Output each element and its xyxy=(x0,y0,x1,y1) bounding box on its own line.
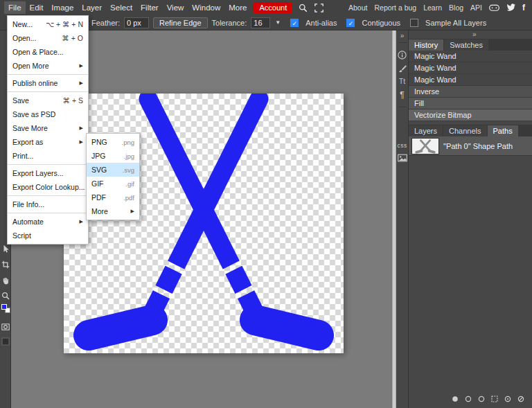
character-panel-icon[interactable]: Tt xyxy=(399,78,405,85)
search-icon[interactable] xyxy=(299,3,308,12)
link-api[interactable]: API xyxy=(467,3,486,12)
file-menu-item-publish-online[interactable]: Publish online ▶ xyxy=(8,76,88,90)
panels-header: » xyxy=(409,30,532,39)
file-menu-item-save[interactable]: Save ⌘ + S xyxy=(8,94,88,107)
hand-tool-icon[interactable] xyxy=(1,275,10,285)
menu-item-label: Save as PSD xyxy=(12,110,55,118)
zoom-tool-icon[interactable] xyxy=(1,290,10,300)
color-swatches[interactable] xyxy=(1,303,10,314)
menu-separator xyxy=(8,91,88,92)
paths-panel-body xyxy=(409,156,532,408)
new-path-icon[interactable] xyxy=(504,395,512,405)
history-item[interactable]: Fill xyxy=(409,98,532,109)
anti-alias-checkbox[interactable]: ✓ xyxy=(290,19,299,27)
export-jpg-item[interactable]: JPG .jpg xyxy=(87,149,139,163)
menu-select[interactable]: Select xyxy=(106,1,136,14)
sample-all-layers-label: Sample All Layers xyxy=(425,19,486,27)
history-item[interactable]: Inverse xyxy=(409,86,532,98)
export-svg-item[interactable]: SVG .svg xyxy=(87,163,139,177)
brush-icon[interactable] xyxy=(398,64,407,73)
menu-separator xyxy=(8,195,88,196)
history-item-current[interactable]: Vectorize Bitmap xyxy=(409,109,532,121)
screen-mode-icon[interactable] xyxy=(1,336,10,346)
menu-item-label: Open & Place... xyxy=(12,48,64,56)
menu-more[interactable]: More xyxy=(224,1,251,14)
quick-mask-icon[interactable] xyxy=(1,321,10,331)
file-menu-item-open[interactable]: Open... ⌘ + O xyxy=(8,31,88,45)
menu-item-label: Automate xyxy=(12,218,44,226)
file-menu-item-print[interactable]: Print... xyxy=(8,149,88,163)
file-menu-item-automate[interactable]: Automate ▶ xyxy=(8,215,88,229)
menu-image[interactable]: Image xyxy=(47,1,78,14)
menu-layer[interactable]: Layer xyxy=(78,1,106,14)
panel-icon-strip: » Tt ¶ css xyxy=(396,30,409,408)
menu-item-label: Export Color Lookup... xyxy=(12,183,85,191)
file-menu-item-export-as[interactable]: Export as ▶ xyxy=(8,135,88,149)
image-panel-icon[interactable] xyxy=(398,154,407,162)
facebook-icon[interactable]: f xyxy=(520,3,528,12)
move-tool-icon[interactable] xyxy=(1,243,10,253)
right-panels: » History Swatches Magic Wand Magic Wand… xyxy=(409,30,532,408)
contiguous-checkbox[interactable]: ✓ xyxy=(346,19,355,27)
submenu-item-ext: .jpg xyxy=(124,152,134,160)
link-blog[interactable]: Blog xyxy=(445,3,467,12)
menubar-left: File Edit Image Layer Select Filter View… xyxy=(4,1,327,14)
export-png-item[interactable]: PNG .png xyxy=(87,135,139,149)
path-actions xyxy=(451,395,525,405)
menu-file[interactable]: File xyxy=(4,1,26,14)
tolerance-input[interactable] xyxy=(251,17,270,28)
refine-edge-button[interactable]: Refine Edge xyxy=(153,17,208,28)
tab-swatches[interactable]: Swatches xyxy=(444,39,488,51)
file-menu-item-file-info[interactable]: File Info... xyxy=(8,197,88,211)
info-icon[interactable] xyxy=(398,51,407,60)
submenu-arrow-icon: ▶ xyxy=(80,80,83,86)
menu-separator xyxy=(8,164,88,165)
menu-filter[interactable]: Filter xyxy=(136,1,163,14)
tab-paths[interactable]: Paths xyxy=(488,125,518,136)
fill-path-icon[interactable] xyxy=(451,395,459,405)
menu-view[interactable]: View xyxy=(163,1,188,14)
account-button[interactable]: Account xyxy=(254,2,292,13)
history-item[interactable]: Magic Wand xyxy=(409,62,532,74)
link-learn[interactable]: Learn xyxy=(420,3,445,12)
export-pdf-item[interactable]: PDF .pdf xyxy=(87,190,139,204)
menu-edit[interactable]: Edit xyxy=(26,1,48,14)
submenu-item-label: PDF xyxy=(91,193,106,202)
file-menu-item-export-layers[interactable]: Export Layers... xyxy=(8,166,88,180)
export-more-item[interactable]: More ▶ xyxy=(87,204,139,218)
history-item[interactable]: Magic Wand xyxy=(409,74,532,86)
path-list-item[interactable]: "Path 0" Shape Path xyxy=(409,136,532,156)
file-menu-item-open-more[interactable]: Open More ▶ xyxy=(8,59,88,73)
menu-window[interactable]: Window xyxy=(188,1,224,14)
tab-channels[interactable]: Channels xyxy=(443,125,486,136)
fullscreen-icon[interactable] xyxy=(314,3,323,12)
path-selection-icon[interactable] xyxy=(477,395,486,405)
tab-history[interactable]: History xyxy=(409,39,443,51)
sample-all-layers-checkbox[interactable] xyxy=(410,19,418,27)
selection-from-path-icon[interactable] xyxy=(490,395,499,405)
paragraph-panel-icon[interactable]: ¶ xyxy=(400,90,404,100)
history-item[interactable]: Magic Wand xyxy=(409,51,532,62)
file-menu-item-save-more[interactable]: Save More ▶ xyxy=(8,121,88,135)
css-panel-icon[interactable]: css xyxy=(397,142,407,149)
link-report-a-bug[interactable]: Report a bug xyxy=(371,3,420,12)
stroke-path-icon[interactable] xyxy=(464,395,472,405)
delete-path-icon[interactable] xyxy=(517,395,525,405)
file-menu-item-save-as-psd[interactable]: Save as PSD xyxy=(8,107,88,121)
submenu-arrow-icon: ▶ xyxy=(80,139,83,145)
file-menu-item-open-place[interactable]: Open & Place... xyxy=(8,45,88,59)
tolerance-dropdown-icon[interactable]: ▼ xyxy=(275,19,281,26)
tab-layers[interactable]: Layers xyxy=(409,125,443,136)
menu-item-label: Print... xyxy=(12,152,33,160)
twitter-icon[interactable] xyxy=(506,3,516,12)
file-menu-item-script[interactable]: Script xyxy=(8,229,88,242)
feather-input[interactable] xyxy=(124,17,149,28)
link-about[interactable]: About xyxy=(345,3,371,12)
file-menu-item-export-color-lookup[interactable]: Export Color Lookup... xyxy=(8,180,88,194)
file-menu-item-new[interactable]: New... ⌥ + ⌘ + N xyxy=(8,17,88,31)
collapse-panels-icon[interactable]: » xyxy=(400,32,405,39)
collapse-panels-icon[interactable]: » xyxy=(472,30,477,38)
crop-tool-icon[interactable] xyxy=(1,259,10,269)
gamepad-icon[interactable] xyxy=(489,4,499,12)
export-gif-item[interactable]: GIF .gif xyxy=(87,177,139,190)
